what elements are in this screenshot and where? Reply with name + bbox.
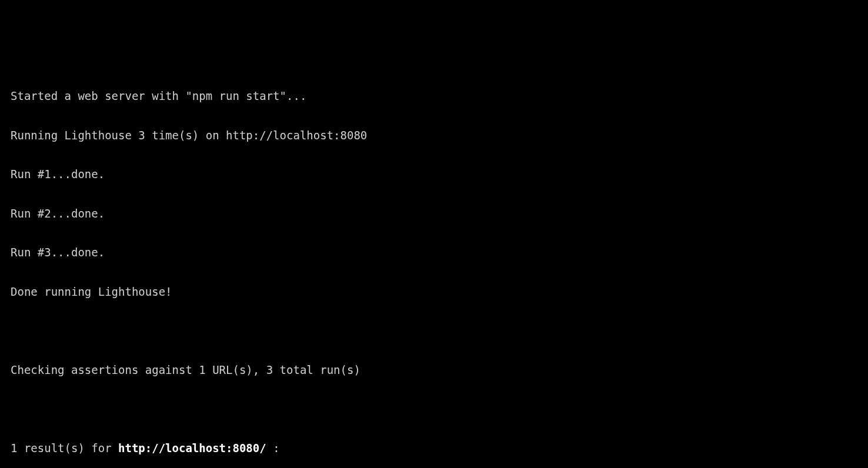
log-line-run3: Run #3...done. <box>11 243 857 262</box>
log-line-running: Running Lighthouse 3 time(s) on http://l… <box>11 126 857 145</box>
log-line-results-for: 1 result(s) for http://localhost:8080/ : <box>11 439 857 458</box>
blank-line <box>11 399 857 419</box>
results-prefix: 1 result(s) for <box>11 442 118 454</box>
log-line-done-running: Done running Lighthouse! <box>11 282 857 302</box>
log-line-started: Started a web server with "npm run start… <box>11 86 857 106</box>
log-line-checking: Checking assertions against 1 URL(s), 3 … <box>11 360 857 380</box>
results-url: http://localhost:8080/ <box>118 442 266 454</box>
log-line-run2: Run #2...done. <box>11 204 857 223</box>
results-suffix: : <box>266 442 280 454</box>
blank-line <box>11 321 857 340</box>
log-line-run1: Run #1...done. <box>11 165 857 184</box>
